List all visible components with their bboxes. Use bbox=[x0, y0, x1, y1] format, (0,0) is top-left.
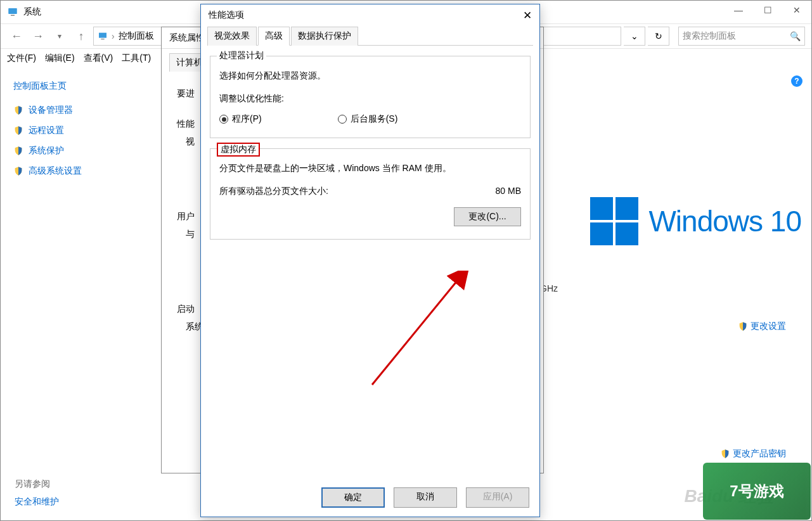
svg-rect-2 bbox=[99, 33, 106, 38]
radio-label: 后台服务(S) bbox=[351, 113, 398, 125]
sidebar-home-link[interactable]: 控制面板主页 bbox=[13, 80, 121, 92]
pagefile-size-label: 所有驱动器总分页文件大小: bbox=[219, 186, 328, 197]
radio-label: 程序(P) bbox=[232, 113, 262, 125]
menu-view[interactable]: 查看(V) bbox=[84, 53, 113, 64]
see-also-link[interactable]: 安全和维护 bbox=[15, 496, 59, 508]
group-legend-highlighted: 虚拟内存 bbox=[217, 143, 260, 157]
sidebar-item-device-manager[interactable]: 设备管理器 bbox=[13, 105, 121, 116]
annotation-arrow bbox=[359, 271, 474, 397]
radio-programs[interactable]: 程序(P) bbox=[219, 113, 262, 125]
tab-dep[interactable]: 数据执行保护 bbox=[291, 27, 358, 46]
sidebar-item-advanced[interactable]: 高级系统设置 bbox=[13, 165, 121, 177]
apply-button[interactable]: 应用(A) bbox=[466, 487, 529, 508]
dialog-titlebar: 性能选项 ✕ bbox=[201, 4, 539, 26]
computer-icon bbox=[98, 31, 108, 41]
change-settings-link[interactable]: 更改设置 bbox=[738, 321, 786, 332]
group-legend: 处理器计划 bbox=[217, 50, 266, 61]
window-title: 系统 bbox=[23, 6, 41, 18]
radio-icon bbox=[219, 115, 228, 124]
close-button[interactable]: ✕ bbox=[782, 1, 811, 20]
group-processor-scheduling: 处理器计划 选择如何分配处理器资源。 调整以优化性能: 程序(P) 后台服务(S… bbox=[210, 56, 531, 138]
corner-logo: 7号游戏 bbox=[703, 463, 811, 520]
performance-options-dialog: 性能选项 ✕ 视觉效果 高级 数据执行保护 处理器计划 选择如何分配处理器资源。… bbox=[200, 4, 540, 517]
history-dropdown[interactable]: ▾ bbox=[50, 27, 69, 46]
address-dropdown[interactable]: ⌄ bbox=[624, 27, 645, 46]
group-description: 分页文件是硬盘上的一块区域，Windows 当作 RAM 使用。 bbox=[219, 163, 521, 174]
shield-icon bbox=[720, 449, 730, 459]
pagefile-size-value: 80 MB bbox=[496, 186, 521, 197]
windows10-logo: Windows 10 bbox=[590, 197, 801, 245]
menu-edit[interactable]: 编辑(E) bbox=[45, 53, 75, 64]
breadcrumb[interactable]: 控制面板 bbox=[119, 30, 154, 42]
adjust-label: 调整以优化性能: bbox=[219, 93, 521, 105]
windows10-text: Windows 10 bbox=[648, 204, 801, 238]
shield-icon bbox=[13, 125, 23, 136]
see-also-heading: 另请参阅 bbox=[15, 479, 59, 490]
radio-icon bbox=[338, 115, 347, 124]
sidebar-item-label: 系统保护 bbox=[29, 145, 64, 157]
windows-icon bbox=[590, 197, 638, 245]
tab-advanced[interactable]: 高级 bbox=[258, 27, 290, 46]
change-button[interactable]: 更改(C)... bbox=[454, 207, 521, 226]
sidebar-item-label: 远程设置 bbox=[29, 125, 64, 136]
dialog-title: 性能选项 bbox=[209, 10, 244, 21]
svg-line-4 bbox=[372, 280, 458, 385]
dialog-title: 系统属性 bbox=[169, 32, 205, 44]
sidebar-item-label: 高级系统设置 bbox=[29, 165, 82, 177]
sidebar: 控制面板主页 设备管理器 远程设置 系统保护 高级系统设置 另请参阅 安全和维护 bbox=[1, 70, 134, 520]
group-virtual-memory: 虚拟内存 分页文件是硬盘上的一块区域，Windows 当作 RAM 使用。 所有… bbox=[210, 148, 531, 240]
shield-icon bbox=[13, 105, 23, 115]
link-label: 更改产品密钥 bbox=[733, 448, 786, 460]
tab-visual-effects[interactable]: 视觉效果 bbox=[207, 27, 257, 46]
shield-icon bbox=[738, 321, 748, 331]
svg-rect-0 bbox=[8, 8, 17, 14]
computer-icon bbox=[7, 6, 18, 18]
search-placeholder: 搜索控制面板 bbox=[683, 30, 736, 42]
sidebar-item-protection[interactable]: 系统保护 bbox=[13, 145, 121, 157]
group-description: 选择如何分配处理器资源。 bbox=[219, 70, 521, 82]
maximize-button[interactable]: ☐ bbox=[753, 1, 782, 20]
back-button[interactable]: ← bbox=[7, 27, 26, 46]
svg-rect-3 bbox=[101, 39, 104, 39]
shield-icon bbox=[13, 146, 23, 156]
close-button[interactable]: ✕ bbox=[523, 9, 532, 22]
link-label: 更改设置 bbox=[751, 321, 786, 332]
minimize-button[interactable]: — bbox=[724, 1, 753, 20]
change-product-key-link[interactable]: 更改产品密钥 bbox=[720, 448, 786, 460]
dialog-buttons: 确定 取消 应用(A) bbox=[321, 487, 529, 508]
sidebar-item-label: 设备管理器 bbox=[29, 105, 73, 116]
tabs: 视觉效果 高级 数据执行保护 bbox=[207, 26, 533, 46]
refresh-button[interactable]: ↻ bbox=[648, 27, 669, 46]
svg-rect-1 bbox=[11, 15, 15, 16]
up-button[interactable]: ↑ bbox=[72, 27, 91, 46]
see-also: 另请参阅 安全和维护 bbox=[15, 479, 59, 508]
forward-button[interactable]: → bbox=[29, 27, 48, 46]
cancel-button[interactable]: 取消 bbox=[394, 487, 457, 508]
help-icon[interactable]: ? bbox=[791, 75, 802, 87]
menu-tools[interactable]: 工具(T) bbox=[122, 53, 151, 64]
ok-button[interactable]: 确定 bbox=[321, 487, 385, 508]
sidebar-item-remote[interactable]: 远程设置 bbox=[13, 125, 121, 136]
menu-file[interactable]: 文件(F) bbox=[7, 53, 36, 64]
search-icon: 🔍 bbox=[790, 31, 801, 41]
radio-background-services[interactable]: 后台服务(S) bbox=[338, 113, 398, 125]
search-input[interactable]: 搜索控制面板 🔍 bbox=[678, 27, 805, 46]
shield-icon bbox=[13, 166, 23, 176]
